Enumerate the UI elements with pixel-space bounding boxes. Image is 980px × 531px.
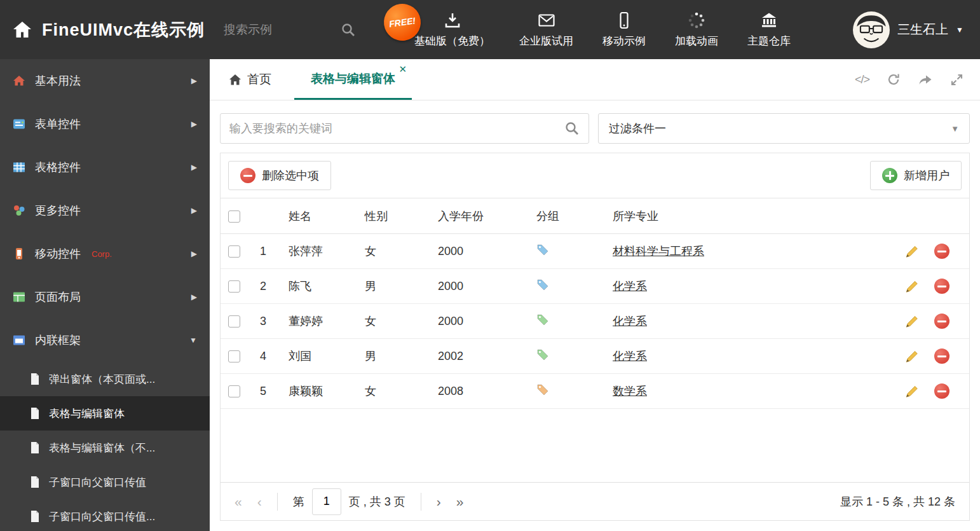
prev-page-button[interactable]: ‹ — [257, 494, 262, 509]
mobile-small-icon — [13, 247, 25, 260]
nav-item-label: 移动示例 — [602, 34, 646, 48]
tab-grid-edit-window[interactable]: 表格与编辑窗体 ✕ — [294, 59, 412, 100]
sidebar-item-form-controls[interactable]: 表单控件 ▶ — [0, 102, 210, 146]
sidebar-item-page-layout[interactable]: 页面布局 ▶ — [0, 275, 210, 319]
column-header-gender: 性别 — [357, 198, 430, 234]
nav-item-mobile-demo[interactable]: 移动示例 — [602, 11, 646, 48]
add-user-button[interactable]: 新增用户 — [870, 161, 962, 190]
select-all-checkbox[interactable] — [228, 210, 240, 223]
nav-item-label: 基础版（免费） — [414, 34, 490, 48]
column-header-year: 入学年份 — [430, 198, 529, 234]
column-header-major: 所学专业 — [605, 198, 896, 234]
column-header-name: 姓名 — [281, 198, 357, 234]
sidebar-item-mobile-controls[interactable]: 移动控件 Corp. ▶ — [0, 232, 210, 275]
table-row: 5 康颖颖 女 2008 数学系 — [221, 374, 969, 409]
delete-button[interactable] — [934, 383, 950, 399]
row-checkbox[interactable] — [228, 245, 240, 258]
sidebar-subitem-popup-window[interactable]: 弹出窗体（本页面或... — [0, 362, 210, 396]
filter-dropdown[interactable]: 过滤条件一 ▼ — [598, 113, 970, 144]
home-icon — [11, 20, 33, 40]
app-header: FineUIMvc在线示例 FREE! 基础版（免费） 企业版试用 — [0, 0, 980, 59]
edit-button[interactable] — [904, 243, 920, 259]
sidebar-subitem-child-to-parent[interactable]: 子窗口向父窗口传值 — [0, 465, 210, 499]
major-link[interactable]: 材料科学与工程系 — [613, 245, 704, 258]
tab-tools: </> — [855, 59, 970, 100]
header-search-input[interactable] — [224, 23, 319, 37]
tab-label: 首页 — [247, 71, 271, 88]
add-user-label: 新增用户 — [904, 168, 949, 183]
expand-icon — [950, 73, 963, 86]
sidebar-item-more-controls[interactable]: 更多控件 ▶ — [0, 189, 210, 232]
tab-home[interactable]: 首页 — [220, 59, 280, 100]
major-link[interactable]: 化学系 — [613, 315, 647, 328]
major-link[interactable]: 化学系 — [613, 350, 647, 362]
grid-toolbar: 删除选中项 新增用户 — [221, 153, 969, 198]
tab-label: 表格与编辑窗体 — [311, 71, 395, 87]
edit-button[interactable] — [904, 278, 920, 294]
download-icon — [444, 11, 461, 29]
table-row: 3 董婷婷 女 2000 化学系 — [221, 304, 969, 339]
major-link[interactable]: 数学系 — [613, 385, 647, 397]
user-menu[interactable]: 三生石上 ▼ — [853, 11, 980, 48]
source-code-button[interactable]: </> — [855, 73, 869, 86]
edit-button[interactable] — [904, 313, 920, 329]
page-number-group: 第 页 , 共 3 页 — [293, 488, 405, 515]
next-page-button[interactable]: › — [437, 494, 441, 509]
sidebar-item-label: 表格控件 — [35, 160, 81, 175]
delete-button[interactable] — [934, 348, 950, 364]
sidebar-subitem-label: 弹出窗体（本页面或... — [49, 372, 155, 387]
chevron-down-icon: ▼ — [951, 124, 959, 134]
page-input[interactable] — [312, 488, 341, 515]
open-in-new-button[interactable] — [918, 72, 933, 86]
search-icon[interactable] — [564, 121, 580, 136]
major-link[interactable]: 化学系 — [613, 280, 647, 293]
sidebar-item-label: 移动控件 — [35, 246, 81, 261]
keyword-search-input[interactable] — [229, 122, 564, 135]
delete-button[interactable] — [934, 278, 950, 294]
sidebar-subitem-grid-edit-window[interactable]: 表格与编辑窗体 — [0, 396, 210, 431]
nav-item-basic-edition[interactable]: FREE! 基础版（免费） — [414, 11, 490, 48]
nav-item-theme-store[interactable]: 主题仓库 — [747, 11, 791, 48]
first-page-button[interactable]: « — [235, 494, 242, 509]
brand[interactable]: FineUIMvc在线示例 — [0, 18, 215, 41]
year-cell: 2000 — [430, 269, 529, 304]
row-checkbox[interactable] — [228, 350, 240, 362]
sidebar-item-iframe[interactable]: 内联框架 ▼ — [0, 319, 210, 362]
chevron-right-icon: ▶ — [191, 249, 197, 258]
nav-item-loading-animation[interactable]: 加载动画 — [675, 11, 718, 48]
sidebar-item-label: 表单控件 — [35, 116, 81, 132]
expand-button[interactable] — [950, 73, 963, 86]
form-icon — [13, 118, 25, 130]
sidebar-subitem-child-to-parent-alt[interactable]: 子窗口向父窗口传值... — [0, 499, 210, 531]
plus-circle-icon — [882, 168, 897, 183]
delete-selected-button[interactable]: 删除选中项 — [228, 161, 331, 190]
sidebar-item-grid-controls[interactable]: 表格控件 ▶ — [0, 146, 210, 189]
sidebar-item-label: 页面布局 — [35, 289, 81, 305]
sidebar-item-label: 更多控件 — [35, 203, 81, 218]
minus-circle-icon — [934, 314, 949, 329]
shapes-icon — [13, 204, 25, 217]
filter-dropdown-value: 过滤条件一 — [609, 121, 666, 136]
close-icon[interactable]: ✕ — [398, 64, 407, 75]
row-checkbox[interactable] — [228, 385, 240, 397]
row-checkbox[interactable] — [228, 315, 240, 328]
search-icon[interactable] — [341, 22, 356, 38]
envelope-icon — [538, 11, 555, 29]
nav-item-enterprise-trial[interactable]: 企业版试用 — [519, 11, 573, 48]
sidebar-subitem-grid-edit-window-alt[interactable]: 表格与编辑窗体（不... — [0, 431, 210, 465]
last-page-button[interactable]: » — [456, 494, 464, 509]
delete-button[interactable] — [934, 243, 950, 259]
sidebar-item-basic-usage[interactable]: 基本用法 ▶ — [0, 59, 210, 102]
sidebar-subitem-label: 子窗口向父窗口传值... — [49, 509, 155, 524]
edit-button[interactable] — [904, 348, 920, 364]
refresh-button[interactable] — [887, 72, 901, 86]
app-title: FineUIMvc在线示例 — [42, 18, 205, 41]
row-checkbox[interactable] — [228, 280, 240, 293]
row-number: 2 — [252, 269, 281, 304]
name-cell: 董婷婷 — [281, 304, 357, 339]
delete-button[interactable] — [934, 313, 950, 329]
edit-button[interactable] — [904, 383, 920, 399]
pager-divider — [277, 493, 278, 511]
home-small-icon — [13, 74, 25, 87]
pencil-icon — [904, 244, 920, 259]
